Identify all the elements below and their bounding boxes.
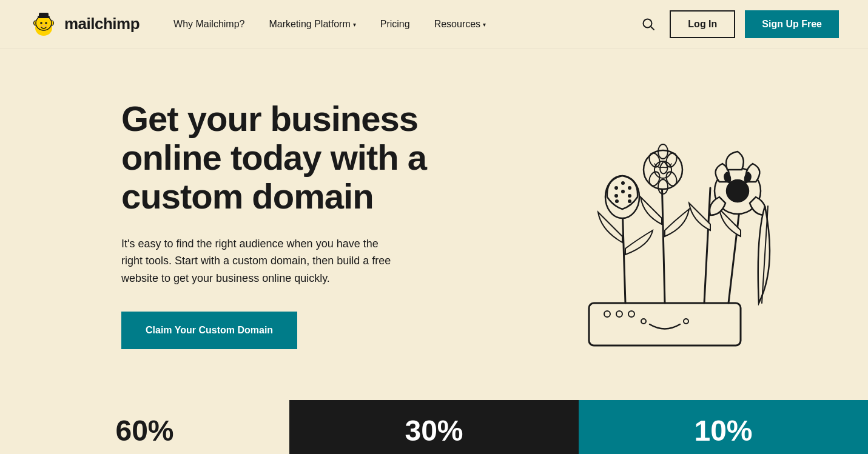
svg-rect-16: [589, 303, 741, 346]
svg-point-39: [615, 199, 619, 203]
svg-rect-8: [39, 13, 49, 18]
search-button[interactable]: [637, 13, 660, 36]
nav-marketing-platform[interactable]: Marketing Platform ▾: [259, 14, 365, 35]
svg-point-9: [40, 22, 42, 24]
chevron-down-icon: ▾: [483, 21, 486, 28]
svg-point-38: [621, 190, 625, 193]
svg-line-15: [651, 26, 654, 30]
stat-item-1: 60%: [0, 400, 289, 454]
svg-point-40: [628, 199, 631, 203]
svg-point-35: [628, 186, 631, 190]
svg-line-24: [704, 188, 710, 303]
nav-pricing[interactable]: Pricing: [371, 14, 420, 35]
hero-description: It's easy to find the right audience whe…: [121, 235, 400, 287]
stat-value-3: 10%: [694, 414, 752, 447]
stat-item-3: 10%: [579, 400, 868, 454]
svg-point-11: [42, 24, 45, 25]
brand-name: mailchimp: [64, 15, 140, 33]
hero-content: Get your business online today with a cu…: [121, 99, 437, 349]
nav-resources[interactable]: Resources ▾: [425, 14, 496, 35]
navbar: mailchimp Why Mailchimp? Marketing Platf…: [0, 0, 868, 48]
svg-line-23: [662, 176, 665, 303]
svg-line-25: [728, 200, 741, 303]
stat-item-2: 30%: [289, 400, 579, 454]
svg-point-12: [39, 25, 42, 26]
cta-button[interactable]: Claim Your Custom Domain: [121, 312, 297, 349]
stat-value-1: 60%: [115, 414, 173, 447]
login-button[interactable]: Log In: [670, 10, 735, 38]
logo[interactable]: mailchimp: [29, 10, 140, 39]
nav-links: Why Mailchimp? Marketing Platform ▾ Pric…: [164, 14, 496, 35]
svg-point-37: [628, 194, 631, 198]
chevron-down-icon: ▾: [353, 21, 356, 28]
search-icon: [642, 18, 655, 31]
svg-point-36: [614, 194, 618, 198]
hero-section: Get your business online today with a cu…: [0, 48, 868, 400]
svg-point-34: [621, 181, 625, 185]
logo-icon: [29, 10, 58, 39]
hero-illustration: [504, 85, 807, 364]
svg-point-10: [45, 22, 47, 24]
stat-value-2: 30%: [405, 414, 463, 447]
navbar-right: Log In Sign Up Free: [637, 10, 839, 38]
svg-point-33: [614, 186, 618, 190]
hero-title: Get your business online today with a cu…: [121, 99, 437, 215]
signup-button[interactable]: Sign Up Free: [745, 10, 839, 38]
svg-point-13: [45, 25, 48, 26]
nav-why-mailchimp[interactable]: Why Mailchimp?: [164, 14, 254, 35]
stats-bar: 60% 30% 10%: [0, 400, 868, 454]
navbar-left: mailchimp Why Mailchimp? Marketing Platf…: [29, 10, 496, 39]
